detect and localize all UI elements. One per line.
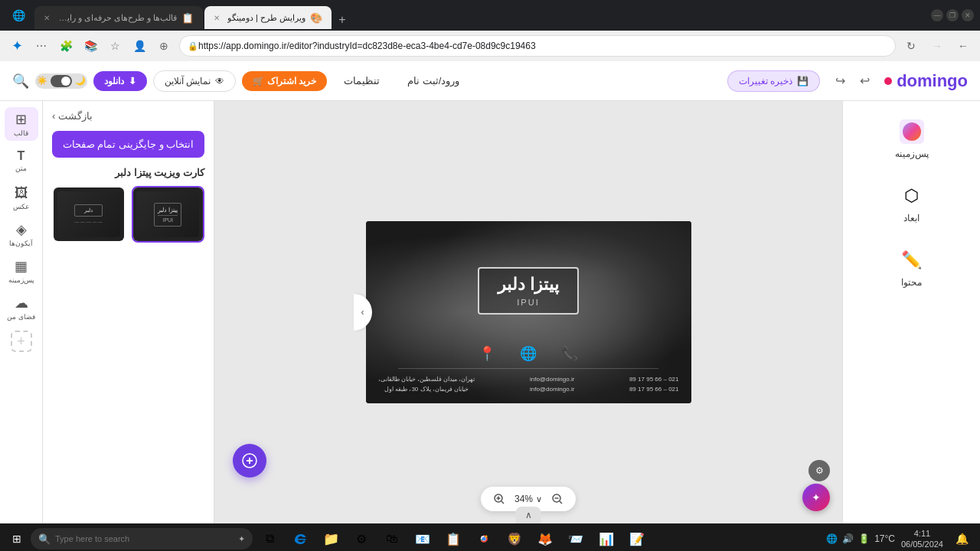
taskbar-search-input[interactable]: [55, 534, 234, 543]
back-button[interactable]: بازگشت ›: [52, 110, 93, 122]
download-icon: ⬇: [129, 76, 136, 86]
bg-panel-icon: ▦: [15, 258, 28, 275]
settings-app-button[interactable]: ⚙: [348, 527, 375, 551]
template-item-2[interactable]: دلبر — — — — —: [52, 186, 126, 243]
close-button[interactable]: ✕: [962, 9, 974, 21]
template-thumbnail-1: پیتزا دلبر IPUI: [133, 187, 204, 241]
zoom-out-button[interactable]: [548, 490, 567, 508]
notification-button[interactable]: 🔔: [949, 527, 974, 551]
toolbar-icons: ⊕ 👤 ☆ 📚 🧩 ⋯ ✦: [6, 35, 175, 57]
right-panel: بازگشت › انتخاب و جایگزینی تمام صفحات کا…: [0, 101, 214, 523]
download-button[interactable]: ⬇ دانلود: [93, 71, 147, 91]
back-label: بازگشت: [58, 110, 93, 122]
network-icon[interactable]: 🌐: [826, 533, 838, 544]
panel-icons-sidebar: ⊞ قالب T متن 🖼 عکس ◈ آیکون‌ها ▦ پس‌زم: [0, 101, 43, 523]
logo[interactable]: domingo: [884, 71, 968, 91]
time-date-display[interactable]: 4:11 06/05/2024: [901, 528, 943, 550]
panel-icon-template[interactable]: ⊞ قالب: [5, 107, 38, 141]
panel-icon-background[interactable]: ▦ پس‌زمینه: [5, 254, 38, 288]
header-right: domingo ↩ ↪ 💾 ذخیره تغییرات: [727, 70, 968, 92]
taskbar-search[interactable]: 🔍 ✦: [31, 528, 253, 549]
back-nav-button[interactable]: ←: [952, 35, 974, 57]
store-app-button[interactable]: 🛍: [378, 527, 406, 551]
toolbar-item-content[interactable]: ✏️ محتوا: [849, 242, 974, 294]
volume-icon[interactable]: 🔊: [842, 533, 854, 544]
undo-redo-group: ↩ ↪: [829, 70, 875, 92]
online-button[interactable]: 👁 نمایش آنلاین: [153, 70, 236, 92]
app-header: domingo ↩ ↪ 💾 ذخیره تغییرات ورود/ثبت نام…: [0, 61, 980, 101]
logo-text: domingo: [897, 71, 968, 91]
profile-icon[interactable]: 👤: [129, 35, 150, 57]
download-label: دانلود: [104, 76, 124, 86]
new-tab-button[interactable]: +: [333, 11, 351, 29]
design-canvas[interactable]: پیتزا دلبر IPUI 📞 🌐 📍 021 – 66 9: [366, 221, 691, 403]
taskbar-search-icon: 🔍: [38, 533, 51, 545]
ai-float-button[interactable]: ✦: [802, 484, 830, 511]
todo-app-button[interactable]: 📋: [439, 527, 467, 551]
color-circle: [903, 122, 921, 141]
login-button[interactable]: ورود/ثبت نام: [397, 70, 470, 91]
floating-action-button[interactable]: [233, 444, 266, 478]
brave-app-button[interactable]: 🦁: [501, 527, 528, 551]
taskbar-systray: 🌐 🔊 🔋 17°C 4:11 06/05/2024 🔔: [826, 527, 974, 551]
save-button[interactable]: 💾 ذخیره تغییرات: [727, 70, 820, 92]
settings-button[interactable]: تنظیمات: [333, 70, 390, 91]
minimize-button[interactable]: —: [931, 9, 943, 21]
tab-templates-close[interactable]: ✕: [44, 14, 50, 22]
tab-bar: 📋 قالب‌ها و طرح‌های حرفه‌ای و رایگان ✕ 🎨…: [28, 2, 928, 29]
buy-button[interactable]: خرید اشتراک 🛒: [242, 71, 327, 91]
battery-icon[interactable]: 🔋: [858, 533, 870, 544]
template-thumbnail-2: دلبر — — — — —: [54, 187, 124, 241]
browser-toolbar: ← → ↻ 🔒 https://app.domingo.ir/editor?in…: [0, 31, 980, 61]
explorer-app-button[interactable]: 📁: [317, 527, 345, 551]
theme-toggle[interactable]: 🌙 ☀️: [35, 73, 87, 89]
refresh-nav-button[interactable]: ↻: [900, 35, 922, 57]
panel-icon-icons[interactable]: ◈ آیکون‌ها: [5, 217, 38, 251]
edge-icon[interactable]: 🌐: [12, 9, 25, 21]
undo-button[interactable]: ↩: [854, 70, 875, 92]
url-text: https://app.domingo.ir/editor?industryId…: [198, 41, 536, 51]
panel-header: بازگشت ›: [52, 110, 204, 122]
photo-panel-label: عکس: [13, 203, 29, 210]
redo-button[interactable]: ↪: [829, 70, 851, 92]
expand-bottom-button[interactable]: ∧: [516, 507, 541, 523]
start-button[interactable]: ⊞: [6, 530, 28, 548]
template-item-1[interactable]: پیتزا دلبر IPUI: [132, 186, 205, 243]
favorites-icon[interactable]: ☆: [104, 35, 126, 57]
tab-templates[interactable]: 📋 قالب‌ها و طرح‌های حرفه‌ای و رایگان ✕: [34, 6, 203, 29]
address-bar[interactable]: 🔒 https://app.domingo.ir/editor?industry…: [179, 35, 896, 57]
firefox-app-button[interactable]: 🦊: [531, 527, 559, 551]
add-panel-item[interactable]: +: [11, 331, 32, 352]
header-left: ورود/ثبت نام تنظیمات خرید اشتراک 🛒 👁 نما…: [12, 70, 470, 92]
panel-icon-text[interactable]: T متن: [5, 144, 38, 178]
select-all-button[interactable]: انتخاب و جایگزینی تمام صفحات: [52, 131, 204, 158]
chrome-app-button[interactable]: [470, 527, 498, 551]
toolbar-item-shapes[interactable]: ⬡ ابعاد: [849, 178, 974, 230]
mail-app-button[interactable]: 📧: [409, 527, 436, 551]
settings-float-button[interactable]: ⚙: [808, 460, 830, 481]
extensions-icon[interactable]: 🧩: [55, 35, 77, 57]
edge-app-button[interactable]: [286, 527, 314, 551]
word-app-button[interactable]: 📝: [623, 527, 651, 551]
svg-line-6: [501, 501, 504, 504]
excel-app-button[interactable]: 📊: [593, 527, 620, 551]
panel-icon-photo[interactable]: 🖼 عکس: [5, 181, 38, 214]
tab-editor[interactable]: 🎨 ویرایش طرح | دومینگو ✕: [204, 6, 332, 29]
forward-nav-button[interactable]: →: [926, 35, 948, 57]
search-icon[interactable]: 🔍: [12, 73, 29, 90]
add-tab-icon[interactable]: ⊕: [153, 35, 175, 57]
tab-editor-close[interactable]: ✕: [214, 14, 220, 22]
maximize-button[interactable]: ❐: [946, 9, 959, 21]
copilot-icon[interactable]: ✦: [6, 35, 28, 57]
panel-icon-myspace[interactable]: ☁ فضای من: [5, 291, 38, 324]
text-panel-label: متن: [15, 165, 27, 172]
back-chevron-icon: ›: [52, 110, 55, 122]
more-icon[interactable]: ⋯: [31, 35, 52, 57]
address2: خیابان فریمان، پلاک 30، طبقه اول: [378, 385, 475, 395]
zoom-in-button[interactable]: [490, 490, 508, 508]
telegram-app-button[interactable]: 📨: [562, 527, 590, 551]
taskview-button[interactable]: ⧉: [256, 527, 283, 551]
toolbar-item-background[interactable]: پس‌زمینه: [849, 113, 974, 165]
collections-icon[interactable]: 📚: [80, 35, 101, 57]
email2: info@domingo.ir: [530, 385, 574, 395]
